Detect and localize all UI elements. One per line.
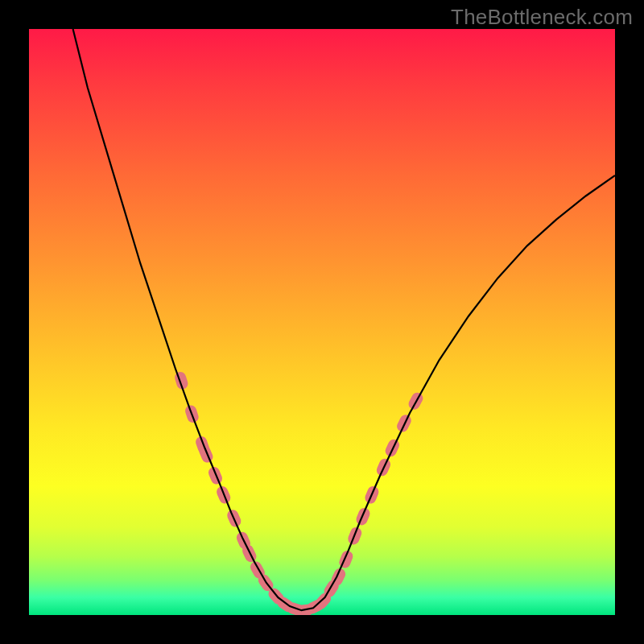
plot-area xyxy=(29,29,615,615)
marker-group xyxy=(173,370,425,615)
watermark-text: TheBottleneck.com xyxy=(451,5,633,30)
curve-marker xyxy=(337,549,354,570)
bottleneck-curve xyxy=(73,29,615,610)
chart-frame: TheBottleneck.com xyxy=(0,0,644,644)
curve-layer xyxy=(29,29,615,615)
